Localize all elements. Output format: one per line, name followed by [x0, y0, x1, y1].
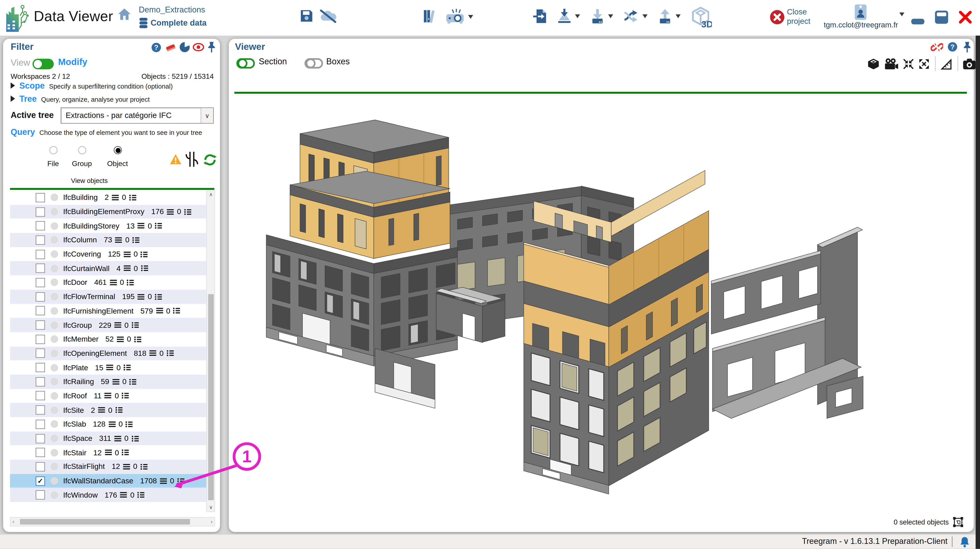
list-lines-icon[interactable] [109, 279, 117, 286]
detail-list-icon[interactable] [131, 435, 139, 442]
list-item[interactable]: IfcDoor 461 0 [10, 276, 206, 290]
list-lines-icon[interactable] [106, 364, 114, 371]
row-checkbox[interactable] [36, 448, 45, 457]
row-checkbox[interactable] [36, 207, 45, 216]
close-project-button[interactable]: Close project [787, 8, 819, 26]
detail-list-icon[interactable] [121, 393, 129, 400]
home-icon[interactable] [118, 8, 131, 21]
row-checkbox[interactable] [36, 335, 45, 344]
detail-list-icon[interactable] [166, 350, 174, 357]
list-item[interactable]: IfcWindow 176 0 [10, 488, 206, 502]
camera-icon[interactable] [963, 58, 976, 70]
detail-list-icon[interactable] [137, 492, 145, 498]
list-item[interactable]: IfcBuildingStorey 13 0 [10, 219, 206, 233]
detail-list-icon[interactable] [173, 308, 181, 314]
projector-button[interactable] [445, 9, 473, 25]
active-tree-select[interactable]: Extractions - par catégorie IFC ∨ [60, 108, 213, 124]
expand-arrow-icon[interactable] [11, 83, 15, 89]
row-checkbox[interactable] [36, 321, 45, 330]
row-checkbox[interactable] [36, 349, 45, 358]
row-checkbox[interactable] [36, 405, 45, 415]
list-item[interactable]: IfcSite 2 0 [10, 403, 206, 417]
list-lines-icon[interactable] [123, 463, 130, 470]
project-name[interactable]: Demo_Extractions [139, 5, 205, 14]
download-button[interactable] [590, 9, 613, 24]
help-icon[interactable]: ? [948, 42, 958, 52]
scope-label[interactable]: Scope [19, 81, 45, 90]
model-3d-viewport[interactable] [230, 94, 971, 506]
list-lines-icon[interactable] [159, 478, 167, 484]
detail-list-icon[interactable] [123, 364, 131, 371]
list-item[interactable]: IfcOpeningElement 818 0 [10, 346, 206, 360]
ifc-category-list[interactable]: IfcBuilding 2 0 IfcBuildingElementProxy … [10, 190, 206, 513]
radio-label-object[interactable]: Object [99, 160, 136, 167]
scrollbar-thumb[interactable] [20, 519, 190, 525]
upload-button[interactable] [657, 9, 681, 24]
list-lines-icon[interactable] [156, 308, 164, 314]
detail-list-icon[interactable] [154, 293, 162, 300]
list-lines-icon[interactable] [149, 350, 157, 357]
row-checkbox[interactable] [36, 249, 45, 259]
help-icon[interactable]: ? [151, 43, 161, 52]
list-item[interactable]: IfcBuilding 2 0 [10, 190, 206, 205]
detail-list-icon[interactable] [132, 236, 140, 243]
eye-icon[interactable] [192, 43, 204, 52]
list-lines-icon[interactable] [114, 322, 122, 328]
detail-list-icon[interactable] [125, 421, 133, 428]
library-button[interactable] [423, 9, 438, 24]
row-checkbox[interactable] [36, 221, 45, 230]
list-lines-icon[interactable] [112, 378, 120, 385]
chevron-down-icon[interactable]: ∨ [200, 108, 213, 123]
vertical-scrollbar[interactable]: ∧ ∨ [206, 190, 215, 512]
list-lines-icon[interactable] [116, 336, 124, 343]
list-item[interactable]: ✓ IfcWallStandardCase 1708 0 [10, 474, 206, 488]
detail-list-icon[interactable] [134, 336, 142, 343]
row-checkbox[interactable] [36, 363, 45, 372]
list-lines-icon[interactable] [137, 293, 145, 300]
list-item[interactable]: IfcCurtainWall 4 0 [10, 261, 206, 276]
detail-list-icon[interactable] [140, 265, 148, 272]
scroll-right-icon[interactable]: › [211, 519, 213, 524]
pie-chart-icon[interactable] [179, 42, 190, 52]
row-checkbox[interactable] [36, 264, 45, 273]
scroll-left-icon[interactable]: ‹ [13, 519, 14, 524]
list-item[interactable]: IfcPlate 15 0 [10, 360, 206, 375]
notification-bell-icon[interactable] [959, 536, 970, 547]
row-checkbox[interactable] [36, 306, 45, 316]
dataset-name[interactable]: Complete data [151, 18, 207, 27]
list-item[interactable]: IfcRailing 59 0 [10, 374, 206, 389]
list-item[interactable]: IfcCovering 125 0 [10, 247, 206, 262]
user-badge-icon[interactable] [854, 4, 867, 21]
list-item[interactable]: IfcRoof 11 0 [10, 389, 206, 403]
row-checkbox[interactable] [36, 419, 45, 429]
row-checkbox[interactable] [36, 235, 45, 245]
unlink-icon[interactable] [931, 42, 943, 53]
row-checkbox[interactable]: ✓ [36, 476, 45, 486]
list-lines-icon[interactable] [104, 393, 112, 400]
list-item[interactable]: IfcSlab 128 0 [10, 417, 206, 431]
selection-icon[interactable] [953, 517, 964, 528]
detail-list-icon[interactable] [177, 478, 185, 484]
minimize-button[interactable] [911, 19, 924, 24]
row-checkbox[interactable] [36, 292, 45, 301]
scroll-up-icon[interactable]: ∧ [209, 192, 213, 197]
detail-list-icon[interactable] [140, 463, 148, 470]
list-lines-icon[interactable] [114, 435, 122, 442]
expand-arrow-icon[interactable] [11, 95, 15, 102]
list-lines-icon[interactable] [111, 194, 119, 201]
list-item[interactable]: IfcFurnishingElement 579 0 [10, 304, 206, 318]
detail-list-icon[interactable] [115, 406, 123, 414]
scroll-down-icon[interactable]: ∨ [209, 505, 213, 510]
list-lines-icon[interactable] [97, 406, 106, 414]
row-checkbox[interactable] [36, 193, 45, 202]
row-checkbox[interactable] [36, 462, 45, 471]
extract-button[interactable] [557, 9, 580, 24]
user-menu-chevron-icon[interactable] [899, 13, 904, 16]
maximize-button[interactable] [935, 11, 948, 24]
radio-object[interactable] [114, 146, 122, 154]
cube-icon[interactable] [867, 58, 879, 70]
detail-list-icon[interactable] [129, 378, 137, 385]
tree-label[interactable]: Tree [19, 94, 37, 104]
detail-list-icon[interactable] [131, 322, 139, 328]
list-lines-icon[interactable] [108, 421, 116, 428]
